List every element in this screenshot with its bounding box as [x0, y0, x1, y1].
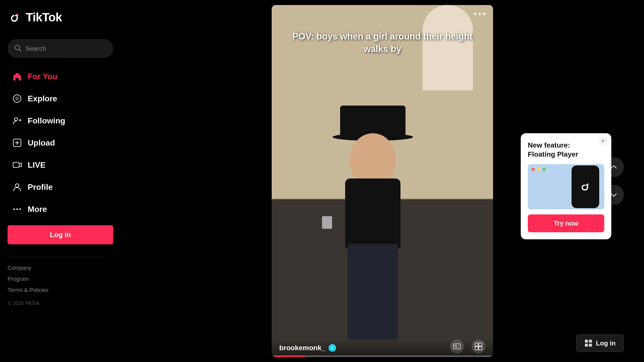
for-you-label: For You: [28, 72, 57, 81]
svg-rect-22: [479, 347, 482, 350]
svg-point-13: [13, 208, 15, 210]
popup-close-button[interactable]: ×: [599, 137, 607, 145]
bottom-right-login-button[interactable]: Log in: [576, 334, 624, 352]
svg-point-4: [16, 97, 18, 100]
svg-rect-24: [589, 340, 592, 343]
profile-label: Profile: [28, 183, 53, 192]
captions-button[interactable]: [450, 339, 464, 353]
more-label: More: [28, 205, 47, 214]
svg-point-14: [16, 208, 18, 210]
dot3: [483, 13, 486, 15]
dot-y: [537, 168, 540, 171]
templates-button[interactable]: [471, 339, 486, 353]
svg-rect-26: [589, 344, 592, 347]
sidebar-item-explore[interactable]: Explore: [8, 87, 121, 110]
svg-rect-23: [585, 340, 588, 343]
following-label: Following: [28, 116, 65, 125]
svg-rect-11: [13, 162, 19, 167]
tiktok-logo-icon: [8, 10, 22, 24]
nav-menu: For You Explore Following: [8, 65, 121, 220]
sidebar-item-following[interactable]: Following: [8, 110, 121, 132]
svg-point-15: [19, 208, 21, 210]
popup-title: New feature:Floating Player: [528, 141, 604, 159]
verified-badge: ✓: [329, 344, 336, 352]
feature-popup: × New feature:Floating Player Try now: [521, 133, 611, 239]
svg-point-3: [13, 95, 21, 102]
following-icon: [12, 115, 23, 126]
svg-rect-16: [453, 344, 460, 349]
svg-point-12: [15, 184, 19, 187]
main-content: POV: boys when a girl around their heigh…: [121, 0, 644, 362]
logo-area: TikTok: [8, 8, 121, 27]
video-caption-overlay: POV: boys when a girl around their heigh…: [272, 30, 493, 56]
live-label: LIVE: [28, 160, 46, 170]
home-icon: [12, 71, 23, 82]
svg-line-2: [19, 49, 21, 51]
head: [350, 133, 395, 184]
svg-rect-25: [585, 344, 588, 347]
progress-bar[interactable]: [272, 355, 493, 357]
sidebar: TikTok Search For You: [0, 0, 121, 362]
search-placeholder: Search: [25, 45, 46, 53]
more-options-button[interactable]: [474, 13, 486, 15]
dot-g: [542, 168, 546, 171]
bottom-login-label: Log in: [596, 339, 616, 347]
sidebar-item-upload[interactable]: Upload: [8, 132, 121, 154]
footer-terms[interactable]: Terms & Policies: [8, 287, 121, 293]
sidebar-item-live[interactable]: LIVE: [8, 154, 121, 176]
svg-point-5: [15, 118, 18, 121]
upload-icon: [12, 137, 23, 148]
live-icon: [12, 159, 23, 170]
video-player[interactable]: POV: boys when a girl around their heigh…: [272, 5, 493, 357]
search-bar[interactable]: Search: [8, 39, 113, 58]
sidebar-divider: [8, 257, 103, 257]
svg-rect-21: [475, 347, 478, 350]
video-background: [272, 5, 493, 357]
footer-program[interactable]: Program: [8, 276, 121, 282]
search-icon: [14, 44, 22, 53]
footer-links: Company Program Terms & Policies © 2025 …: [8, 265, 121, 306]
explore-icon: [12, 93, 23, 104]
profile-icon: [12, 182, 23, 193]
browser-dots: [531, 168, 546, 171]
body-bottom: [348, 244, 398, 339]
try-now-button[interactable]: Try now: [528, 214, 604, 232]
footer-company[interactable]: Company: [8, 265, 121, 271]
upload-label: Upload: [28, 138, 55, 148]
svg-rect-20: [479, 343, 482, 346]
app-title: TikTok: [26, 10, 62, 24]
sidebar-item-for-you[interactable]: For You: [8, 65, 121, 87]
creator-name: brookemonk_: [279, 344, 326, 352]
login-button[interactable]: Log in: [8, 225, 113, 244]
sidebar-item-more[interactable]: More: [8, 198, 121, 220]
sidebar-item-profile[interactable]: Profile: [8, 176, 121, 198]
svg-rect-0: [8, 10, 22, 24]
dot-r: [531, 168, 535, 171]
popup-illustration: [528, 164, 604, 209]
login-grid-icon: [584, 339, 592, 347]
bottom-icons-row: [450, 339, 486, 353]
video-caption: POV: boys when a girl around their heigh…: [292, 31, 472, 54]
popup-phone: [572, 165, 599, 208]
progress-bar-fill: [272, 355, 305, 357]
svg-rect-19: [475, 343, 478, 346]
more-icon: [12, 204, 23, 215]
person-figure: [325, 106, 421, 357]
dot2: [478, 13, 481, 15]
explore-label: Explore: [28, 94, 57, 103]
dot1: [474, 13, 476, 15]
popup-phone-tiktok-logo: [579, 180, 592, 193]
footer-copyright: © 2025 TikTok: [8, 300, 121, 306]
